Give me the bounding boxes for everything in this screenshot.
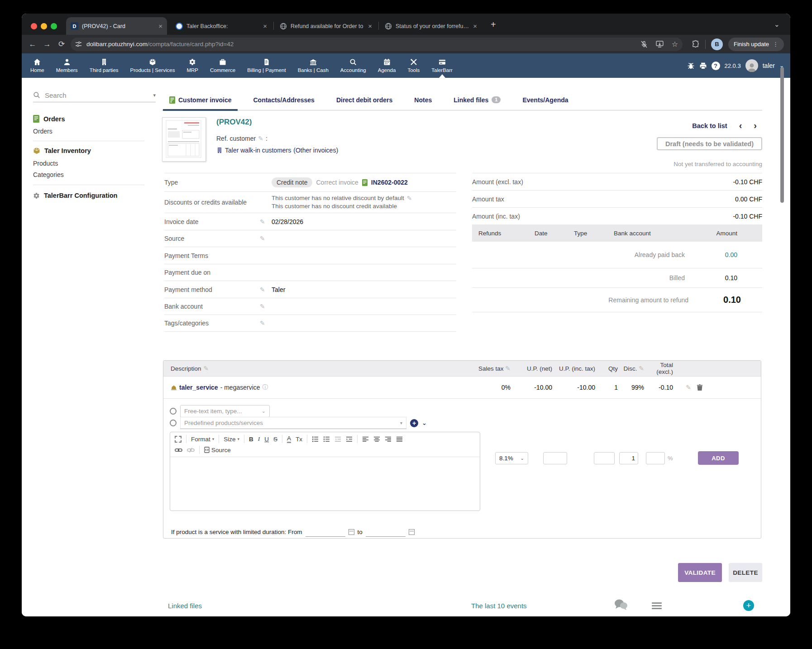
search-caret-icon[interactable]: ▾ — [153, 92, 156, 98]
product-link[interactable]: taler_service — [179, 384, 218, 391]
add-line-button[interactable]: ADD — [698, 451, 739, 465]
reload-icon[interactable]: ⟳ — [54, 39, 69, 49]
window-close-button[interactable] — [31, 23, 37, 29]
calendar-icon[interactable] — [349, 529, 354, 535]
format-dropdown[interactable]: Format▾ — [191, 436, 214, 443]
calendar-icon[interactable] — [409, 529, 415, 535]
nav-products-services[interactable]: Products | Services — [124, 53, 181, 78]
edit-pencil-icon[interactable]: ✎ — [260, 218, 265, 225]
maximize-icon[interactable] — [175, 436, 182, 443]
tab-close-icon[interactable]: × — [368, 22, 372, 30]
qty-input[interactable] — [619, 452, 638, 464]
back-icon[interactable]: ← — [25, 40, 40, 49]
duration-to-input[interactable] — [366, 527, 406, 537]
sidebar-search[interactable]: ▾ — [33, 88, 156, 102]
correct-invoice-ref-link[interactable]: IN2602-0022 — [371, 179, 408, 186]
bug-icon[interactable] — [687, 62, 695, 70]
prev-record-icon[interactable]: ‹ — [739, 120, 742, 131]
remove-format-button[interactable]: Tx — [296, 436, 302, 443]
user-avatar[interactable] — [745, 59, 758, 72]
edit-pencil-icon[interactable]: ✎ — [204, 365, 209, 372]
edit-pencil-icon[interactable]: ✎ — [260, 320, 265, 327]
sidebar-section-talerbarr-config[interactable]: TalerBarr Configuration — [33, 192, 156, 199]
duration-from-input[interactable] — [306, 527, 345, 537]
browser-profile-avatar[interactable]: B — [711, 38, 723, 50]
nav-mrp[interactable]: MRP — [181, 53, 204, 78]
tab-customer-invoice[interactable]: Customer invoice — [163, 90, 238, 110]
description-textarea[interactable] — [170, 457, 480, 506]
bookmark-star-icon[interactable]: ☆ — [672, 40, 678, 48]
tab-events-agenda[interactable]: Events/Agenda — [516, 90, 574, 110]
nav-agenda[interactable]: Agenda — [372, 53, 402, 78]
numbered-list-icon[interactable] — [312, 436, 319, 442]
last-events-link[interactable]: The last 10 events — [471, 602, 527, 610]
up-net-input[interactable] — [543, 452, 567, 464]
browser-tab-2[interactable]: Taler Backoffice: × — [171, 17, 272, 35]
delete-line-trash-icon[interactable] — [697, 384, 703, 391]
edit-pencil-icon[interactable]: ✎ — [639, 365, 644, 372]
page-scrollbar[interactable] — [780, 67, 784, 203]
line-tax-select[interactable]: 8.1% ⌄ — [495, 452, 528, 464]
align-left-icon[interactable] — [362, 436, 369, 442]
align-right-icon[interactable] — [385, 436, 392, 442]
align-justify-icon[interactable] — [396, 436, 403, 442]
kebab-menu-icon[interactable]: ⋮ — [773, 41, 779, 48]
browser-tab-1[interactable]: D (PROV42) - Card × — [66, 17, 167, 35]
plus-chevron-icon[interactable]: ⌄ — [422, 420, 427, 426]
tab-direct-debit-orders[interactable]: Direct debit orders — [330, 90, 399, 110]
edit-pencil-icon[interactable]: ✎ — [260, 286, 265, 293]
printer-icon[interactable] — [699, 62, 707, 70]
tab-close-icon[interactable]: × — [158, 22, 162, 30]
site-settings-icon[interactable] — [75, 41, 82, 48]
linked-files-link[interactable]: Linked files — [168, 602, 202, 610]
tab-linked-files[interactable]: Linked files 1 — [447, 90, 507, 110]
install-icon[interactable] — [656, 41, 664, 48]
bold-button[interactable]: B — [249, 436, 253, 443]
add-product-plus-icon[interactable]: + — [410, 419, 418, 427]
nav-members[interactable]: Members — [50, 53, 84, 78]
delete-button[interactable]: DELETE — [729, 563, 762, 582]
sidebar-item-orders[interactable]: Orders — [33, 128, 156, 135]
chat-bubbles-icon[interactable] — [612, 598, 629, 612]
edit-pencil-icon[interactable]: ✎ — [260, 303, 265, 310]
nav-commerce[interactable]: Commerce — [204, 53, 241, 78]
bullet-list-icon[interactable] — [323, 436, 330, 442]
customer-link[interactable]: Taler walk-in customers — [225, 147, 291, 154]
edit-pencil-icon[interactable]: ✎ — [407, 195, 412, 201]
link-icon[interactable] — [175, 448, 182, 453]
source-button[interactable]: Source — [204, 447, 231, 453]
finish-update-button[interactable]: Finish update ⋮ — [728, 38, 784, 51]
sidebar-item-products[interactable]: Products — [33, 160, 156, 167]
info-icon[interactable]: ⓘ — [263, 383, 268, 391]
align-center-icon[interactable] — [373, 436, 380, 442]
free-text-radio[interactable] — [170, 408, 177, 415]
italic-button[interactable]: I — [258, 435, 260, 443]
tab-contacts-addresses[interactable]: Contacts/Addresses — [247, 90, 320, 110]
predefined-products-select[interactable]: Predefined products/services ▾ — [180, 417, 406, 429]
invoice-preview-thumbnail[interactable] — [162, 117, 206, 162]
nav-home[interactable]: Home — [24, 53, 50, 78]
other-invoices-link[interactable]: (Other invoices) — [293, 147, 338, 154]
nav-billing-payment[interactable]: Billing | Payment — [241, 53, 291, 78]
predefined-radio[interactable] — [170, 420, 177, 426]
browser-tab-4[interactable]: Status of your order forrefund × — [380, 17, 482, 35]
edit-pencil-icon[interactable]: ✎ — [258, 135, 263, 142]
indent-icon[interactable] — [346, 436, 353, 442]
search-input[interactable] — [44, 91, 153, 100]
validate-button[interactable]: VALIDATE — [678, 563, 722, 582]
user-name[interactable]: taler — [763, 62, 775, 69]
nav-accounting[interactable]: Accounting — [334, 53, 372, 78]
window-minimize-button[interactable] — [41, 23, 47, 29]
add-event-plus-button[interactable]: + — [743, 600, 754, 611]
discount-input[interactable] — [646, 452, 665, 464]
extensions-puzzle-icon[interactable] — [692, 40, 700, 48]
up-inc-input[interactable] — [594, 452, 615, 464]
underline-button[interactable]: U — [264, 436, 269, 443]
list-menu-icon[interactable] — [652, 601, 662, 611]
outdent-icon[interactable] — [334, 436, 341, 442]
section-title[interactable]: Orders — [43, 115, 65, 123]
mic-blocked-icon[interactable] — [640, 41, 648, 48]
edit-line-pencil-icon[interactable]: ✎ — [686, 384, 691, 391]
tab-close-icon[interactable]: × — [473, 22, 477, 30]
nav-tools[interactable]: Tools — [401, 53, 425, 78]
